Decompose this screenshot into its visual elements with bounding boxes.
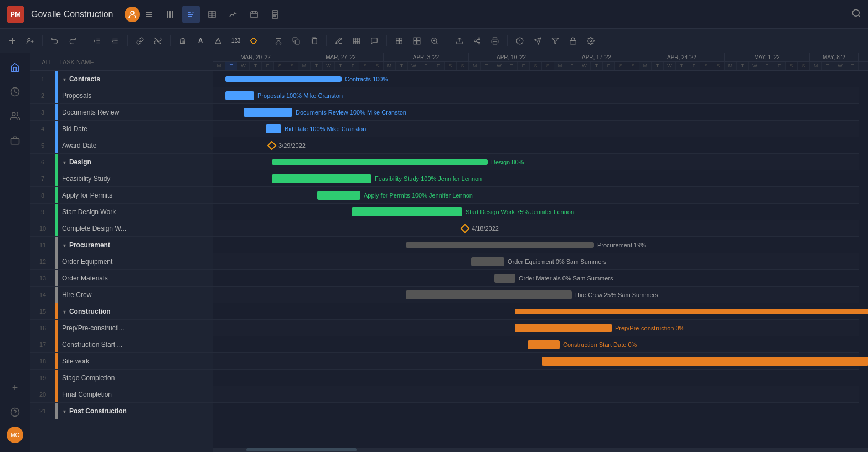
columns-view-icon[interactable] xyxy=(161,6,179,23)
text-color-button[interactable]: A xyxy=(193,33,208,49)
gantt-bar[interactable] xyxy=(266,124,281,133)
cut-button[interactable] xyxy=(271,33,286,49)
task-row[interactable]: 2Proposals xyxy=(30,87,213,104)
add-button[interactable] xyxy=(4,33,20,49)
filter-button[interactable] xyxy=(547,33,563,49)
undo-button[interactable] xyxy=(47,33,63,49)
gantt-view-icon[interactable] xyxy=(182,6,200,23)
gantt-bar[interactable] xyxy=(406,290,572,299)
gantt-bar[interactable] xyxy=(225,91,254,100)
gantt-bar[interactable] xyxy=(317,191,360,200)
svg-rect-45 xyxy=(313,38,317,44)
task-row[interactable]: 16Prep/Pre-constructi... xyxy=(30,320,213,336)
task-row[interactable]: 4Bid Date xyxy=(30,121,213,137)
gantt-bar[interactable] xyxy=(542,357,868,366)
search-icon[interactable] xyxy=(851,8,861,20)
calendar-view-icon[interactable] xyxy=(245,6,263,23)
task-row[interactable]: 7Feasibility Study xyxy=(30,170,213,187)
number-button[interactable]: 123 xyxy=(228,33,244,49)
milestone-button[interactable] xyxy=(246,33,261,49)
horizontal-scrollbar[interactable] xyxy=(213,448,868,452)
task-row[interactable]: 14Hire Crew xyxy=(30,287,213,303)
outdent-button[interactable] xyxy=(90,33,105,49)
task-row[interactable]: 1▼Contracts xyxy=(30,71,213,87)
sidebar-people-icon[interactable] xyxy=(5,106,25,126)
lock-button[interactable] xyxy=(565,33,581,49)
expand-rows-button[interactable] xyxy=(391,33,407,49)
gantt-task-row: Design 80% xyxy=(213,154,859,170)
grid-view-button[interactable] xyxy=(409,33,425,49)
indent-button[interactable] xyxy=(107,33,123,49)
task-row[interactable]: 6▼Design xyxy=(30,154,213,170)
gantt-task-row: Feasibility Study 100% Jennifer Lennon xyxy=(213,170,859,187)
app-logo[interactable]: PM xyxy=(7,6,24,23)
task-row[interactable]: 19Stage Completion xyxy=(30,370,213,386)
sidebar-time-icon[interactable] xyxy=(5,82,25,102)
gantt-bar[interactable] xyxy=(272,174,371,183)
share-button[interactable] xyxy=(469,33,485,49)
gantt-bar[interactable] xyxy=(352,207,462,216)
sidebar-help-icon[interactable] xyxy=(5,402,25,422)
task-row[interactable]: 3Documents Review xyxy=(30,104,213,121)
table-view-icon[interactable] xyxy=(203,6,221,23)
gantt-day-label: F xyxy=(688,62,700,70)
svg-marker-37 xyxy=(215,38,221,44)
toolbar-divider-9 xyxy=(507,35,508,46)
unlink-button[interactable] xyxy=(150,33,166,49)
gantt-bar[interactable] xyxy=(244,108,292,117)
task-row[interactable]: 20Final Completion xyxy=(30,386,213,403)
gantt-bar[interactable] xyxy=(515,324,612,332)
redo-button[interactable] xyxy=(65,33,80,49)
settings-button[interactable] xyxy=(583,33,598,49)
task-row[interactable]: 5Award Date xyxy=(30,137,213,154)
task-row[interactable]: 21▼Post Construction xyxy=(30,403,213,419)
sidebar-briefcase-icon[interactable] xyxy=(5,131,25,150)
scrollbar-thumb[interactable] xyxy=(246,448,357,451)
copy-button[interactable] xyxy=(288,33,304,49)
sidebar-add-icon[interactable]: + xyxy=(5,378,25,398)
gantt-body[interactable]: Contracts 100%Proposals 100% Mike Cranst… xyxy=(213,71,868,448)
task-row[interactable]: 13Order Materials xyxy=(30,270,213,287)
paste-button[interactable] xyxy=(306,33,322,49)
gantt-bar[interactable] xyxy=(272,159,488,165)
task-row[interactable]: 11▼Procurement xyxy=(30,237,213,253)
draw-button[interactable] xyxy=(331,33,347,49)
task-row[interactable]: 9Start Design Work xyxy=(30,204,213,220)
task-row[interactable]: 17Construction Start ... xyxy=(30,336,213,353)
user-avatar[interactable] xyxy=(125,7,140,22)
sidebar-user-avatar[interactable]: MC xyxy=(7,427,23,443)
send-button[interactable] xyxy=(530,33,545,49)
list-view-icon[interactable] xyxy=(140,6,158,23)
export-button[interactable] xyxy=(452,33,467,49)
gantt-bar[interactable] xyxy=(528,340,560,349)
gantt-bar[interactable] xyxy=(225,76,342,82)
chat-button[interactable] xyxy=(366,33,382,49)
left-sidebar: + MC xyxy=(0,53,30,452)
toolbar: A 123 xyxy=(0,29,868,53)
sidebar-home-icon[interactable] xyxy=(5,58,25,77)
chart-view-icon[interactable] xyxy=(224,6,242,23)
svg-point-66 xyxy=(478,42,480,44)
docs-view-icon[interactable] xyxy=(266,6,284,23)
task-row[interactable]: 10Complete Design W... xyxy=(30,220,213,237)
gantt-bar-label: Proposals 100% Mike Cranston xyxy=(257,92,343,99)
gantt-bar[interactable] xyxy=(494,274,515,283)
shape-button[interactable] xyxy=(210,33,226,49)
svg-point-77 xyxy=(590,40,592,42)
task-row[interactable]: 15▼Construction xyxy=(30,303,213,320)
add-person-button[interactable] xyxy=(22,33,38,49)
zoom-in-button[interactable] xyxy=(427,33,442,49)
task-row[interactable]: 18Site work xyxy=(30,353,213,370)
link-button[interactable] xyxy=(132,33,148,49)
info-button[interactable] xyxy=(512,33,528,49)
view-mode-icons xyxy=(140,6,284,23)
gantt-bar[interactable] xyxy=(471,257,504,266)
task-row[interactable]: 8Apply for Permits xyxy=(30,187,213,204)
print-button[interactable] xyxy=(487,33,503,49)
task-row[interactable]: 12Order Equipment xyxy=(30,253,213,270)
table-button[interactable] xyxy=(349,33,364,49)
gantt-bar[interactable] xyxy=(406,242,594,248)
delete-button[interactable] xyxy=(175,33,190,49)
gantt-bar[interactable] xyxy=(515,309,868,314)
gantt-day-label: S xyxy=(286,62,298,70)
